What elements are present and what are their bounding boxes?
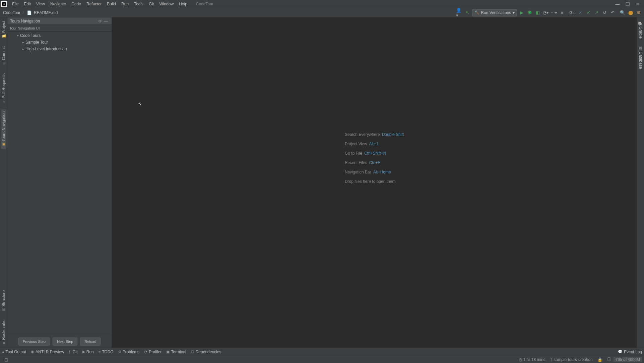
menu-refactor[interactable]: Refactor — [84, 0, 104, 8]
tool-window-gear-icon[interactable]: ⚙ — [97, 19, 103, 23]
menu-view[interactable]: View — [34, 0, 48, 8]
attach-button[interactable]: ⋯▾ — [551, 9, 557, 16]
tree-node-high-level-intro[interactable]: ▸ High-Level Introduction — [7, 46, 112, 52]
profile-button[interactable]: ◔▾ — [542, 9, 549, 16]
vcs-update-icon[interactable]: ✓ — [577, 9, 584, 16]
stripe-tours-navigation[interactable]: ▣Tours Navigation — [1, 109, 6, 149]
stripe-database[interactable]: 🗄Database — [638, 44, 643, 71]
database-icon: 🗄 — [638, 46, 643, 51]
todo-icon: ≡ — [99, 350, 101, 354]
menu-navigate[interactable]: Navigate — [48, 0, 69, 8]
profiler-icon: ◔ — [144, 350, 147, 354]
quick-hints: Search EverywhereDouble Shift Project Vi… — [345, 132, 404, 184]
tool-window-hide-icon[interactable]: — — [103, 19, 109, 23]
status-tool-windows-quick[interactable]: ▢ — [2, 357, 10, 362]
menu-bar: IJ File Edit View Navigate Code Refactor… — [0, 0, 644, 8]
tab-todo[interactable]: ≡TODO — [99, 350, 114, 354]
vcs-commit-icon[interactable]: ✔ — [585, 9, 592, 16]
window-minimize[interactable]: — — [613, 0, 623, 8]
status-indexing-icon[interactable]: 🔒 — [595, 357, 605, 362]
hint-go-to-file: Go to FileCtrl+Shift+N — [345, 150, 404, 156]
tab-profiler[interactable]: ◔Profiler — [144, 350, 162, 354]
stripe-bookmarks[interactable]: ★Bookmarks — [1, 318, 6, 348]
run-button[interactable]: ▶ — [518, 9, 525, 16]
pull-request-icon: ⑂ — [1, 99, 6, 104]
vcs-rollback-icon[interactable]: ↶ — [609, 9, 616, 16]
folder-icon: 📁 — [1, 34, 6, 39]
navigation-bar: CodeTour 〉 📄 README.md 👤▾ ↖ 🔨 Run Verifi… — [0, 8, 644, 17]
tab-terminal[interactable]: ▣Terminal — [166, 350, 186, 354]
collapse-arrow-icon[interactable]: ▸ — [21, 41, 25, 44]
vcs-push-icon[interactable]: ↗ — [593, 9, 600, 16]
mouse-cursor-icon: ↖ — [138, 101, 141, 106]
expand-arrow-icon[interactable]: ▾ — [15, 34, 20, 37]
status-time[interactable]: ◷1 hr 18 mins — [516, 357, 548, 362]
hint-recent-files: Recent FilesCtrl+E — [345, 160, 404, 165]
menu-code[interactable]: Code — [69, 0, 84, 8]
previous-step-button[interactable]: Previous Step — [18, 338, 50, 346]
run-config-selector[interactable]: 🔨 Run Verifications ▾ — [472, 9, 517, 16]
status-branch[interactable]: ᛘsample-tours-creation — [548, 357, 595, 362]
menu-git[interactable]: Git — [146, 0, 156, 8]
coverage-button[interactable]: ◧ — [534, 9, 541, 16]
app-icon: IJ — [1, 1, 7, 7]
tab-dependencies[interactable]: ⬡Dependencies — [191, 350, 221, 354]
chevron-down-icon: ▾ — [513, 10, 515, 15]
code-with-me-icon[interactable]: 👤▾ — [456, 9, 463, 16]
status-encoding-icon[interactable]: ⓘ — [605, 357, 614, 362]
tours-navigation-tool-window: Tours Navigation ⚙ — Tour Navigation UI … — [7, 17, 112, 348]
bottom-tool-stripe: ●Tool Output ◉ANTLR Preview ᚶGit ▶Run ≡T… — [0, 348, 644, 356]
tab-problems[interactable]: ⊘Problems — [118, 350, 140, 354]
collapse-arrow-icon[interactable]: ▸ — [21, 47, 25, 51]
menu-run[interactable]: Run — [119, 0, 131, 8]
menu-build[interactable]: Build — [104, 0, 119, 8]
tab-event-log[interactable]: 💬Event Log — [618, 350, 642, 354]
hint-search-everywhere: Search EverywhereDouble Shift — [345, 132, 404, 137]
tree-node-code-tours[interactable]: ▾ Code Tours — [7, 32, 112, 39]
tab-git[interactable]: ᚶGit — [69, 350, 77, 354]
menu-tools[interactable]: Tools — [131, 0, 146, 8]
structure-icon: ▤ — [1, 308, 6, 312]
stop-button[interactable]: ■ — [559, 9, 565, 16]
memory-indicator[interactable]: 765 of 4096M — [614, 357, 642, 362]
editor-empty-state[interactable]: ↖ Search EverywhereDouble Shift Project … — [112, 17, 637, 348]
menu-edit[interactable]: Edit — [21, 0, 34, 8]
tab-antlr-preview[interactable]: ◉ANTLR Preview — [31, 350, 64, 354]
tool-window-header: Tours Navigation ⚙ — — [7, 17, 112, 25]
tours-tree[interactable]: ▾ Code Tours ▸ Sample Tour ▸ High-Level … — [7, 32, 112, 335]
stripe-gradle[interactable]: 🐘Gradle — [638, 19, 643, 41]
event-log-icon: 💬 — [618, 350, 623, 354]
hint-drop-files: Drop files here to open them — [345, 178, 404, 184]
tab-run[interactable]: ▶Run — [82, 350, 94, 354]
tool-window-footer: Previous Step Next Step Reload — [7, 335, 112, 348]
terminal-icon: ▣ — [166, 350, 170, 354]
search-icon[interactable]: 🔍 — [619, 9, 626, 16]
back-nav-icon[interactable]: ↖ — [464, 9, 471, 16]
window-maximize[interactable]: ❐ — [623, 0, 633, 8]
titlebar-project: CodeTour — [196, 2, 213, 6]
menu-window[interactable]: Window — [156, 0, 176, 8]
tab-tool-output[interactable]: ●Tool Output — [2, 350, 26, 354]
ide-updates-icon[interactable]: ⬤ — [627, 9, 634, 16]
bookmark-icon: ★ — [1, 341, 6, 346]
branch-icon: ᛘ — [550, 357, 553, 362]
commit-icon: ◎ — [1, 61, 6, 66]
tool-output-icon: ● — [2, 350, 4, 354]
reload-button[interactable]: Reload — [80, 338, 101, 346]
breadcrumb-file[interactable]: README.md — [33, 10, 59, 15]
lock-icon: 🔒 — [597, 357, 602, 362]
menu-help[interactable]: Help — [176, 0, 190, 8]
stripe-pull-requests[interactable]: ⑂Pull Requests — [1, 71, 6, 106]
breadcrumb-root[interactable]: CodeTour — [2, 10, 21, 15]
menu-file[interactable]: File — [9, 0, 21, 8]
stripe-project[interactable]: 📁Project — [1, 19, 6, 41]
stripe-commit[interactable]: ◎Commit — [1, 44, 6, 68]
debug-button[interactable]: 🪲 — [526, 9, 533, 16]
tree-node-sample-tour[interactable]: ▸ Sample Tour — [7, 39, 112, 46]
vcs-history-icon[interactable]: ↺ — [601, 9, 608, 16]
next-step-button[interactable]: Next Step — [53, 338, 77, 346]
window-close[interactable]: ✕ — [633, 0, 643, 8]
left-tool-stripe: 📁Project ◎Commit ⑂Pull Requests ▣Tours N… — [0, 17, 7, 348]
stripe-structure[interactable]: ▤Structure — [1, 288, 6, 314]
ide-settings-icon[interactable]: ⚙ — [635, 9, 642, 16]
